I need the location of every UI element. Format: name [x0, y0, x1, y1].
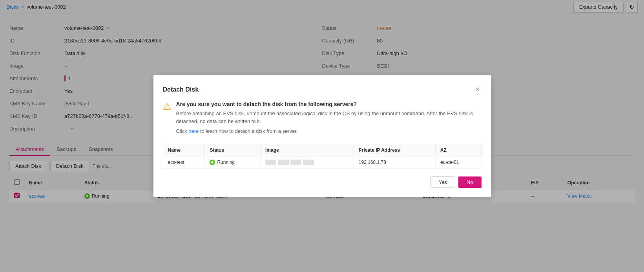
here-link[interactable]: here [188, 128, 199, 134]
warning-body: Before detaching an EVS disk, unmount th… [176, 110, 482, 125]
warning-section: ⚠ Are you sure you want to detach the di… [163, 101, 482, 138]
modal-table-header-private-ip: Private IP Address [354, 144, 435, 156]
confirm-yes-button[interactable]: Yes [431, 176, 455, 188]
modal-footer: Yes No [163, 176, 482, 188]
modal-close-button[interactable]: ✕ [473, 84, 482, 95]
modal-header: Detach Disk ✕ [163, 84, 482, 95]
warning-heading: Are you sure you want to detach the disk… [176, 101, 482, 107]
detach-disk-modal: Detach Disk ✕ ⚠ Are you sure you want to… [153, 75, 491, 197]
confirm-no-button[interactable]: No [458, 176, 482, 188]
img-block-2 [278, 160, 289, 165]
img-block-4 [303, 160, 314, 165]
img-block-3 [290, 160, 301, 165]
image-placeholder [265, 160, 349, 165]
modal-table-header-status: Status [205, 144, 261, 156]
warning-triangle-icon: ⚠ [163, 101, 171, 138]
modal-table-header-image: Image [261, 144, 354, 156]
modal-servers-table: Name Status Image Private IP Address AZ … [163, 144, 482, 169]
modal-row-name: ecs-test [163, 156, 205, 168]
modal-overlay: Detach Disk ✕ ⚠ Are you sure you want to… [0, 0, 644, 211]
modal-table-header-az: AZ [435, 144, 481, 156]
modal-status-icon [210, 160, 215, 165]
modal-table-row: ecs-test Running [163, 156, 481, 168]
modal-row-image [261, 156, 354, 168]
modal-status-running: Running [210, 160, 255, 165]
img-block-1 [265, 160, 276, 165]
modal-row-private-ip: 192.168.1.78 [354, 156, 435, 168]
learn-link-text: Click here to learn how to detach a disk… [176, 127, 482, 135]
modal-title: Detach Disk [163, 86, 199, 93]
warning-text: Are you sure you want to detach the disk… [176, 101, 482, 138]
modal-row-status: Running [205, 156, 261, 168]
modal-table-header-name: Name [163, 144, 205, 156]
modal-row-az: eu-de-01 [435, 156, 481, 168]
